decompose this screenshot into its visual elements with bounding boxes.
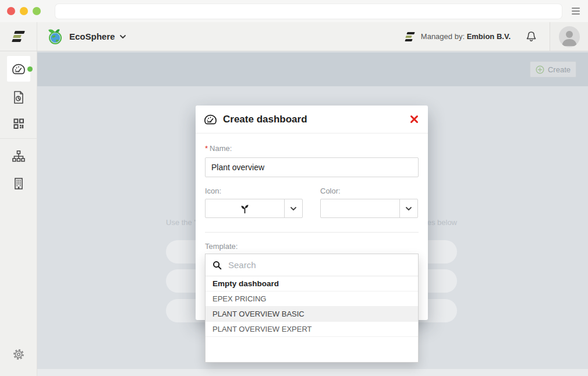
embion-logo-icon [12,31,24,42]
template-search-input[interactable] [228,260,411,270]
create-dashboard-modal: Create dashboard *Name: Icon: [196,106,428,320]
plus-circle-icon [536,65,544,74]
sidebar-item-reports[interactable] [0,85,37,110]
sitemap-icon [12,150,26,163]
modal-close-button[interactable] [409,114,420,125]
sidebar-item-buildings[interactable] [0,171,37,196]
window-close-button[interactable] [7,7,15,15]
building-icon [13,177,24,190]
managed-by-label: Managed by: [421,32,465,41]
sidebar-item-widgets[interactable] [0,111,37,136]
embion-mini-logo-icon [405,32,415,41]
embion-logo[interactable] [0,22,37,51]
gear-icon [12,348,25,361]
managed-by: Managed by: Embion B.V. [405,32,511,41]
notifications-bell-icon[interactable] [526,30,537,43]
chevron-down-icon [406,207,412,210]
gauge-icon [204,114,217,125]
color-label: Color: [320,187,418,195]
window-minimize-button[interactable] [20,7,28,15]
content-toolbar: Create [37,52,588,86]
workspace-switcher[interactable]: EcoSphere [47,28,126,45]
create-button-label: Create [548,65,571,74]
template-option-plant-overview-basic[interactable]: PLANT OVERVIEW BASIC [206,307,418,322]
sidebar-divider [0,138,37,139]
icon-label: Icon: [205,187,303,195]
required-marker: * [205,144,208,153]
template-hint-text-left: Use the ' [166,218,196,227]
close-icon [410,115,419,124]
window-zoom-button[interactable] [33,7,41,15]
template-option-empty-dashboard[interactable]: Empty dashboard [206,276,418,291]
sidebar-item-dashboards[interactable] [7,56,30,82]
app-header: EcoSphere Managed by: Embion B.V. [0,22,588,51]
search-icon [212,261,222,270]
url-bar[interactable] [55,4,562,19]
avatar [559,26,580,47]
template-hint-text-right: es below [427,218,457,227]
template-dropdown: Empty dashboard EPEX PRICING PLANT OVERV… [205,254,419,363]
section-divider [205,232,419,233]
template-option-plant-overview-expert[interactable]: PLANT OVERVIEW EXPERT [206,322,418,337]
modal-title: Create dashboard [223,114,307,125]
name-input[interactable] [205,157,419,177]
grid-icon [13,118,24,129]
gauge-icon [12,63,26,75]
template-option-epex-pricing[interactable]: EPEX PRICING [206,291,418,307]
sprout-icon [239,202,251,215]
modal-header: Create dashboard [196,106,428,133]
sidebar [0,51,37,376]
active-indicator-dot [27,66,33,72]
managed-by-value: Embion B.V. [467,32,511,41]
sidebar-item-sites[interactable] [0,143,37,169]
app-name: EcoSphere [69,31,115,41]
content-bottom-strip [37,369,588,376]
chevron-down-icon [120,35,126,38]
color-select[interactable] [320,199,418,218]
icon-select[interactable] [205,199,303,218]
file-report-icon [13,90,24,104]
sidebar-item-settings[interactable] [0,342,37,367]
name-label: *Name: [205,144,419,153]
ecosphere-globe-icon [47,28,64,45]
user-menu[interactable] [550,22,588,51]
template-label: Template: [205,242,419,251]
chevron-down-icon [291,207,296,210]
template-search-row [206,254,418,276]
create-dashboard-button: Create [530,61,576,78]
browser-chrome [0,0,588,22]
browser-menu-icon[interactable] [572,8,580,16]
